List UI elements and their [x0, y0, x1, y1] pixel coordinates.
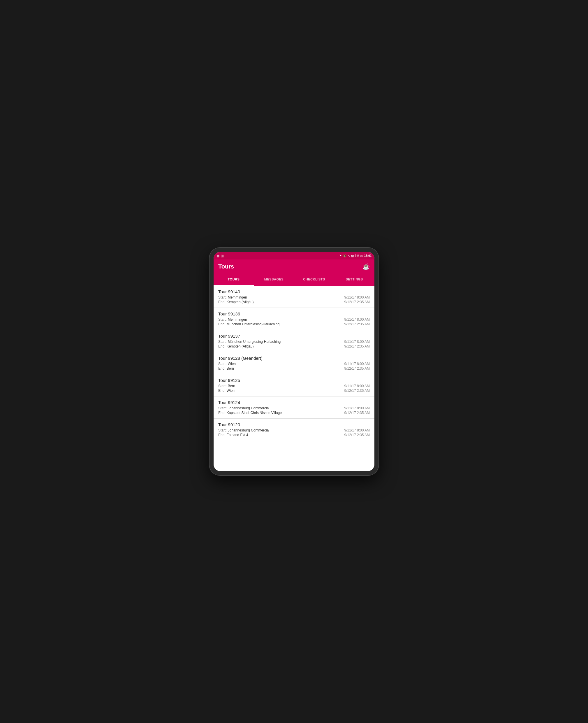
phone-icon: ▩ [216, 254, 219, 258]
tour-item[interactable]: Tour 99136 Start: Memmingen 9/11/17 8:00… [214, 308, 374, 330]
tour-end-left: End: Bern [218, 367, 234, 371]
location-icon: ⚑ [339, 254, 342, 257]
tour-start-row: Start: Memmingen 9/11/17 8:00 AM [218, 295, 370, 299]
tab-settings[interactable]: SETTINGS [334, 273, 374, 286]
tour-start-left: Start: Wien [218, 362, 236, 366]
tour-end-row: End: München Untergiesing-Harlaching 9/1… [218, 322, 370, 326]
start-date: 9/11/17 8:00 AM [344, 317, 370, 322]
start-location: Johannesburg Commercia [228, 428, 269, 432]
end-location: Wien [227, 389, 235, 393]
tour-end-left: End: Wien [218, 389, 235, 393]
end-location: Fairland Ext 4 [227, 433, 248, 437]
start-location: Johannesburg Commercia [228, 406, 269, 410]
mute-icon: 🔇 [343, 254, 346, 257]
end-location: München Untergiesing-Harlaching [227, 322, 279, 326]
start-date: 9/11/17 8:00 AM [344, 339, 370, 344]
tour-end-left: End: Fairland Ext 4 [218, 433, 248, 437]
start-date: 9/11/17 8:00 AM [344, 428, 370, 432]
tabs-bar: TOURS MESSAGES CHECKLISTS SETTINGS [214, 273, 374, 286]
tour-start-row: Start: Johannesburg Commercia 9/11/17 8:… [218, 406, 370, 410]
tour-end-row: End: Fairland Ext 4 9/12/17 2:35 AM [218, 433, 370, 437]
tour-start-left: Start: Johannesburg Commercia [218, 406, 269, 410]
tour-end-row: End: Wien 9/12/17 2:35 AM [218, 389, 370, 393]
device-screen: ▩ ◫ ⚑ 🔇 ∿ ▩ 3% ▭ 15:01 Tours ☕ TOURS MES… [214, 252, 374, 471]
tour-end-row: End: Kempten (Allgäu) 9/12/17 2:35 AM [218, 344, 370, 348]
end-label: End: [218, 322, 226, 326]
status-bar-left: ▩ ◫ [216, 254, 224, 258]
start-location: München Untergiesing-Harlaching [228, 339, 280, 344]
start-date: 9/11/17 8:00 AM [344, 384, 370, 388]
start-location: Bern [228, 384, 235, 388]
end-date: 9/12/17 2:35 AM [344, 300, 370, 304]
wifi-icon: ∿ [348, 254, 350, 257]
start-location: Memmingen [228, 317, 247, 322]
battery-percent: 3% [355, 254, 359, 257]
start-label: Start: [218, 406, 227, 410]
tour-start-left: Start: Bern [218, 384, 235, 388]
tour-end-row: End: Kapstadt Stadt Chris Nissen Village… [218, 411, 370, 415]
end-label: End: [218, 367, 226, 371]
clock: 15:01 [364, 254, 372, 257]
start-location: Wien [228, 362, 236, 366]
tour-name: Tour 99136 [218, 311, 370, 316]
tour-name: Tour 99125 [218, 378, 370, 383]
end-label: End: [218, 344, 226, 348]
start-date: 9/11/17 8:00 AM [344, 295, 370, 299]
status-bar: ▩ ◫ ⚑ 🔇 ∿ ▩ 3% ▭ 15:01 [214, 252, 374, 260]
start-date: 9/11/17 8:00 AM [344, 362, 370, 366]
tour-start-left: Start: Memmingen [218, 317, 247, 322]
image-icon: ◫ [221, 254, 224, 258]
end-location: Kapstadt Stadt Chris Nissen Village [227, 411, 282, 415]
end-date: 9/12/17 2:35 AM [344, 433, 370, 437]
coffee-icon[interactable]: ☕ [362, 263, 370, 270]
start-location: Memmingen [228, 295, 247, 299]
tour-name: Tour 99137 [218, 333, 370, 338]
tour-name: Tour 99140 [218, 289, 370, 294]
tour-end-left: End: Kempten (Allgäu) [218, 344, 253, 348]
tour-start-row: Start: Johannesburg Commercia 9/11/17 8:… [218, 428, 370, 432]
tour-end-left: End: Kapstadt Stadt Chris Nissen Village [218, 411, 282, 415]
end-label: End: [218, 433, 226, 437]
end-date: 9/12/17 2:35 AM [344, 322, 370, 326]
end-location: Kempten (Allgäu) [227, 300, 254, 304]
tour-start-left: Start: Memmingen [218, 295, 247, 299]
tab-messages[interactable]: MESSAGES [254, 273, 294, 286]
start-label: Start: [218, 428, 227, 432]
tour-item[interactable]: Tour 99140 Start: Memmingen 9/11/17 8:00… [214, 286, 374, 308]
tour-end-left: End: Kempten (Allgäu) [218, 300, 253, 304]
start-label: Start: [218, 362, 227, 366]
end-date: 9/12/17 2:35 AM [344, 344, 370, 348]
tour-start-left: Start: München Untergiesing-Harlaching [218, 339, 280, 344]
end-location: Bern [227, 367, 234, 371]
end-date: 9/12/17 2:35 AM [344, 367, 370, 371]
start-label: Start: [218, 317, 227, 322]
tour-start-row: Start: München Untergiesing-Harlaching 9… [218, 339, 370, 344]
start-label: Start: [218, 339, 227, 344]
end-label: End: [218, 411, 226, 415]
tour-end-row: End: Bern 9/12/17 2:35 AM [218, 367, 370, 371]
tour-item[interactable]: Tour 99125 Start: Bern 9/11/17 8:00 AM E… [214, 374, 374, 396]
tour-start-row: Start: Bern 9/11/17 8:00 AM [218, 384, 370, 388]
tour-start-row: Start: Memmingen 9/11/17 8:00 AM [218, 317, 370, 322]
tour-item[interactable]: Tour 99120 Start: Johannesburg Commercia… [214, 419, 374, 440]
end-date: 9/12/17 2:35 AM [344, 411, 370, 415]
signal-icon: ▩ [351, 254, 354, 257]
status-bar-right: ⚑ 🔇 ∿ ▩ 3% ▭ 15:01 [339, 254, 372, 257]
start-date: 9/11/17 8:00 AM [344, 406, 370, 410]
end-location: Kempten (Allgäu) [227, 344, 254, 348]
tour-item[interactable]: Tour 99128 (Geändert) Start: Wien 9/11/1… [214, 352, 374, 374]
app-bar: Tours ☕ [214, 260, 374, 273]
tour-list: Tour 99140 Start: Memmingen 9/11/17 8:00… [214, 286, 374, 471]
tour-start-row: Start: Wien 9/11/17 8:00 AM [218, 362, 370, 366]
start-label: Start: [218, 295, 227, 299]
battery-icon: ▭ [360, 254, 363, 257]
tab-tours[interactable]: TOURS [214, 273, 254, 286]
end-label: End: [218, 389, 226, 393]
tour-item[interactable]: Tour 99137 Start: München Untergiesing-H… [214, 330, 374, 352]
tour-end-left: End: München Untergiesing-Harlaching [218, 322, 279, 326]
end-date: 9/12/17 2:35 AM [344, 389, 370, 393]
tab-checklists[interactable]: CHECKLISTS [294, 273, 334, 286]
tour-item[interactable]: Tour 99124 Start: Johannesburg Commercia… [214, 396, 374, 419]
start-label: Start: [218, 384, 227, 388]
end-label: End: [218, 300, 226, 304]
